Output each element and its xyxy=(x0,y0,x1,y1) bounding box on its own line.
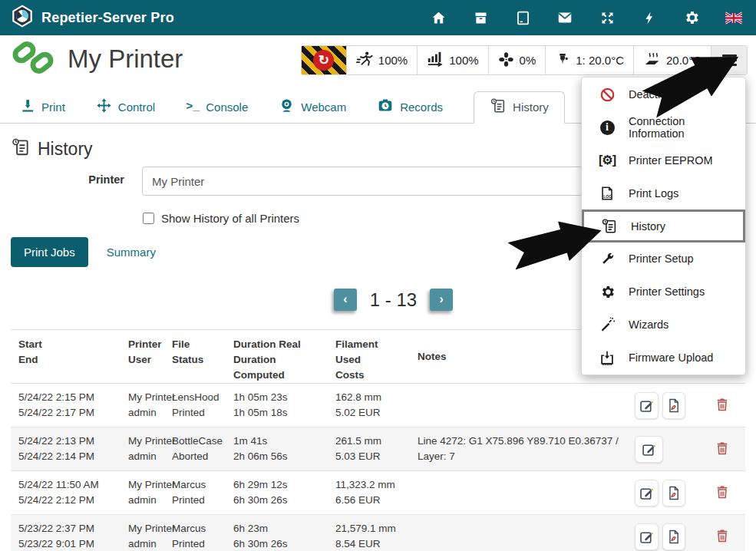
pdf-report-button[interactable] xyxy=(662,392,686,419)
printer-select-label: Printer xyxy=(0,173,124,186)
tab-history-label: History xyxy=(513,101,549,114)
extruder-temp-badge: 1: 20.0°C xyxy=(545,46,633,74)
delete-entry-button[interactable] xyxy=(715,440,730,458)
extruder-temp-value: 1: 20.0°C xyxy=(576,54,624,67)
menu-item-deactivate[interactable]: Deactivate xyxy=(582,78,745,111)
tab-control[interactable]: Control xyxy=(96,91,155,123)
menu-item-printer-settings[interactable]: Printer Settings xyxy=(582,276,745,308)
history-clipboard-icon xyxy=(490,97,507,117)
fullscreen-icon[interactable] xyxy=(599,9,616,26)
next-page-button[interactable]: › xyxy=(430,289,453,311)
edit-note-button[interactable] xyxy=(635,523,659,550)
history-heading: History xyxy=(11,137,93,160)
printer-dropdown-menu: Deactivate i Connection Information [⚙] … xyxy=(581,77,746,375)
history-heading-icon xyxy=(11,137,31,160)
manual-icon[interactable] xyxy=(514,9,531,26)
menu-item-wizards[interactable]: Wizards xyxy=(582,308,745,341)
tab-control-label: Control xyxy=(118,101,155,114)
delete-entry-button[interactable] xyxy=(715,484,730,502)
language-flag-uk-icon[interactable] xyxy=(725,9,742,26)
log-file-icon: LOG xyxy=(597,184,617,203)
flow-value: 100% xyxy=(449,54,478,67)
global-settings-gear-icon[interactable] xyxy=(683,9,700,26)
extruder-icon xyxy=(555,51,570,70)
delete-entry-button[interactable] xyxy=(715,528,730,546)
speed-runner-icon xyxy=(356,51,373,70)
table-row: 5/24/22 11:50 AM5/24/22 2:12 PM My Print… xyxy=(11,471,745,515)
console-prompt-icon: >_ xyxy=(186,101,200,114)
firmware-upload-icon xyxy=(597,348,617,367)
fan-icon xyxy=(498,51,514,70)
deactivate-icon xyxy=(597,85,617,104)
tab-print[interactable]: Print xyxy=(20,91,65,123)
eeprom-chip-icon: [⚙] xyxy=(597,151,617,170)
history-heading-text: History xyxy=(38,139,93,160)
page-title: My Printer xyxy=(68,45,183,74)
menu-item-connection-information[interactable]: i Connection Information xyxy=(582,111,745,144)
printer-menu-button[interactable] xyxy=(711,46,747,74)
history-view-switch: Print Jobs Summary xyxy=(11,237,156,267)
archive-box-icon[interactable] xyxy=(472,9,489,26)
info-icon: i xyxy=(597,118,617,137)
page-range: 1 - 13 xyxy=(370,289,417,311)
magic-wand-icon xyxy=(597,315,617,334)
wrench-icon xyxy=(597,249,617,268)
menu-item-history[interactable]: History xyxy=(582,210,745,243)
home-icon[interactable] xyxy=(430,9,447,26)
printer-status-bar: ↻ 100% 100% xyxy=(301,45,748,75)
table-row: 5/24/22 2:15 PM5/24/22 2:17 PM My Printe… xyxy=(11,384,745,427)
tab-webcam[interactable]: Webcam xyxy=(279,91,346,123)
summary-link[interactable]: Summary xyxy=(107,246,156,259)
emergency-stop-icon: ↻ xyxy=(313,50,334,71)
edit-note-button[interactable] xyxy=(635,480,659,506)
pdf-report-button[interactable] xyxy=(662,480,686,506)
move-arrows-icon xyxy=(96,97,112,116)
flow-multiplier-badge: 100% xyxy=(417,46,487,74)
history-clipboard-icon xyxy=(599,217,619,236)
delete-entry-button[interactable] xyxy=(715,397,730,414)
mail-icon[interactable] xyxy=(556,9,573,26)
table-row: 5/24/22 2:13 PM5/24/22 2:14 PM My Printe… xyxy=(11,427,745,471)
tab-print-label: Print xyxy=(41,101,65,114)
heated-bed-icon xyxy=(643,51,661,70)
records-camera-icon xyxy=(377,97,394,116)
emergency-stop-button[interactable]: ↻ xyxy=(302,46,346,74)
pdf-report-button[interactable] xyxy=(662,523,686,550)
menu-item-print-logs[interactable]: LOG Print Logs xyxy=(582,177,745,210)
tab-history[interactable]: History xyxy=(474,91,565,124)
fan-value: 0% xyxy=(520,54,536,67)
edit-note-button[interactable] xyxy=(635,392,659,419)
svg-text:LOG: LOG xyxy=(603,193,612,198)
bed-temp-badge: 20.0°C xyxy=(633,46,711,74)
prev-page-button[interactable]: ‹ xyxy=(334,289,357,311)
top-navbar: Repetier-Server Pro xyxy=(0,0,756,35)
bed-temp-value: 20.0°C xyxy=(666,54,702,67)
menu-item-printer-eeprom[interactable]: [⚙] Printer EEPROM xyxy=(582,144,745,177)
speed-value: 100% xyxy=(378,54,408,67)
printer-header: My Printer xyxy=(11,40,183,78)
hamburger-icon xyxy=(722,54,737,66)
power-bolt-icon[interactable] xyxy=(641,9,658,26)
tab-records-label: Records xyxy=(400,101,443,114)
show-all-printers-row: Show History of all Printers xyxy=(143,212,299,225)
tab-webcam-label: Webcam xyxy=(301,101,346,114)
tab-console[interactable]: >_ Console xyxy=(186,91,248,123)
table-row: 5/23/22 2:37 PM5/23/22 9:01 PM My Printe… xyxy=(11,515,745,551)
navbar-actions xyxy=(430,9,756,26)
show-all-printers-label: Show History of all Printers xyxy=(161,212,299,225)
brand-title: Repetier-Server Pro xyxy=(41,10,174,26)
fan-speed-badge: 0% xyxy=(488,46,546,74)
settings-gear-icon xyxy=(597,282,617,301)
edit-note-button[interactable] xyxy=(635,436,663,463)
connected-chain-icon xyxy=(11,40,55,78)
webcam-icon xyxy=(279,97,295,116)
repetier-logo-icon xyxy=(11,5,34,31)
speed-multiplier-badge: 100% xyxy=(346,46,417,74)
tab-console-label: Console xyxy=(206,101,248,114)
menu-item-printer-setup[interactable]: Printer Setup xyxy=(582,243,745,276)
menu-item-firmware-upload[interactable]: Firmware Upload xyxy=(582,341,745,374)
flow-bars-icon xyxy=(427,51,444,70)
print-jobs-button[interactable]: Print Jobs xyxy=(11,237,88,267)
tab-records[interactable]: Records xyxy=(377,91,443,123)
show-all-printers-checkbox[interactable] xyxy=(143,213,154,224)
